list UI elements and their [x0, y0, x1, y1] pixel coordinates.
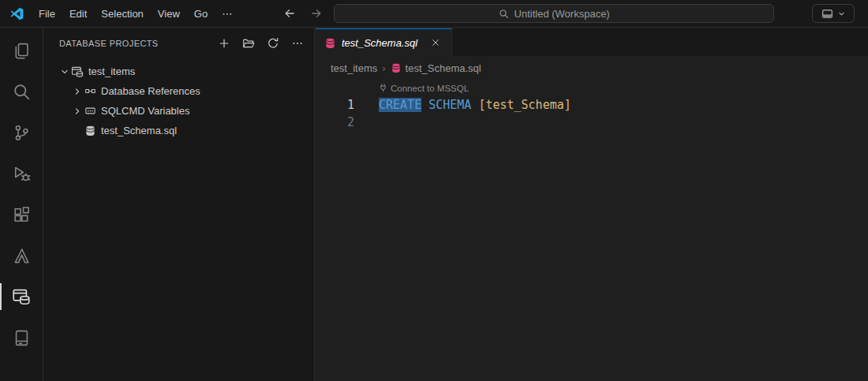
activity-bar-item-source-control[interactable]: [0, 112, 43, 153]
customize-layout-button[interactable]: [812, 4, 855, 23]
sidebar-toolbar: [215, 35, 306, 52]
go-forward-icon[interactable]: [310, 7, 323, 20]
menu-overflow[interactable]: ⋯: [215, 6, 239, 22]
extensions-icon: [13, 206, 31, 224]
sidebar-header: DATABASE PROJECTS: [43, 28, 314, 58]
breadcrumb-separator: ›: [382, 62, 385, 74]
activity-bar-item-azure[interactable]: [0, 235, 43, 276]
menu-selection[interactable]: Selection: [94, 6, 150, 22]
explorer-icon: [13, 42, 31, 60]
plus-icon: [218, 37, 230, 50]
more-actions-button[interactable]: [289, 35, 306, 52]
menu-edit[interactable]: Edit: [62, 6, 94, 22]
breadcrumb-project[interactable]: test_items: [331, 62, 377, 74]
breadcrumb-file-label: test_Schema.sql: [406, 62, 481, 74]
go-back-icon[interactable]: [283, 7, 296, 20]
tree-item-sqlcmd-variables[interactable]: SQLCMD Variables: [43, 101, 314, 121]
sql-keyword-create: CREATE: [379, 98, 421, 112]
tree-item-label: Database References: [101, 85, 200, 97]
codelens-label: Connect to MSSQL: [391, 84, 469, 93]
activity-bar-item-explorer[interactable]: [0, 30, 43, 71]
database-file-icon: [391, 62, 402, 73]
run-and-debug-icon: [13, 165, 31, 183]
customize-layout-icon: [821, 8, 833, 20]
menu-file[interactable]: File: [32, 6, 62, 22]
search-icon: [13, 83, 31, 101]
activity-bar-item-extensions[interactable]: [0, 194, 43, 235]
activity-bar-item-run-and-debug[interactable]: [0, 153, 43, 194]
tree-item-label: test_items: [88, 65, 135, 77]
activity-bar: [0, 28, 43, 381]
connect-to-mssql-codelens[interactable]: Connect to MSSQL: [379, 80, 868, 96]
title-bar: File Edit Selection View Go ⋯ Untitled (…: [0, 0, 868, 28]
tree-item-test-items[interactable]: test_items: [43, 62, 314, 81]
line-number: 1: [316, 96, 379, 114]
refresh-icon: [267, 37, 279, 50]
tree-item-label: test_Schema.sql: [101, 125, 177, 136]
command-center-label: Untitled (Workspace): [514, 8, 610, 20]
azure-icon: [13, 247, 31, 265]
sql-keyword-schema: SCHEMA: [428, 98, 471, 112]
menu-view[interactable]: View: [151, 6, 187, 22]
command-center-search[interactable]: Untitled (Workspace): [334, 4, 774, 23]
tree-item-test-schema-sql[interactable]: test_Schema.sql: [43, 121, 314, 140]
breadcrumb: test_items › test_Schema.sql: [316, 56, 868, 80]
reference-icon: [84, 85, 96, 97]
history-navigation: [283, 7, 323, 20]
database-file-icon: [84, 125, 96, 136]
sidebar-database-projects: DATABASE PROJECTS test_items: [43, 28, 315, 381]
variables-icon: [84, 105, 96, 117]
editor-group: test_Schema.sql test_items › test_Schema…: [316, 28, 868, 381]
ellipsis-icon: [291, 37, 304, 50]
activity-bar-item-database-projects[interactable]: [0, 276, 43, 317]
activity-bar-item-search[interactable]: [0, 71, 43, 112]
line-number: 2: [316, 114, 379, 131]
vscode-logo-icon: [10, 7, 24, 21]
sidebar-title: DATABASE PROJECTS: [59, 39, 215, 48]
code-editor[interactable]: 1 CREATESCHEMA[test_Schema] 2: [316, 96, 868, 131]
menu-bar: File Edit Selection View Go ⋯: [32, 6, 239, 22]
code-line-1: 1 CREATESCHEMA[test_Schema]: [316, 96, 868, 114]
database-file-icon: [324, 37, 336, 49]
chevron-right-icon[interactable]: [70, 106, 84, 117]
tab-test-schema-sql[interactable]: test_Schema.sql: [316, 28, 452, 56]
chevron-down-icon: [838, 10, 845, 17]
menu-go[interactable]: Go: [187, 6, 215, 22]
code-text: CREATESCHEMA[test_Schema]: [379, 96, 571, 114]
sql-identifier: [test_Schema]: [478, 98, 571, 112]
breadcrumb-file[interactable]: test_Schema.sql: [391, 62, 481, 74]
sql-server-icon: [13, 329, 31, 347]
new-project-button[interactable]: [215, 35, 233, 52]
chevron-right-icon[interactable]: [70, 86, 84, 97]
search-icon: [499, 9, 509, 19]
tree-item-label: SQLCMD Variables: [101, 105, 189, 117]
connect-plug-icon: [379, 84, 387, 92]
source-control-icon: [13, 124, 31, 142]
chevron-down-icon[interactable]: [58, 66, 71, 77]
tab-label: test_Schema.sql: [342, 37, 417, 49]
activity-bar-item-sql-server[interactable]: [0, 317, 43, 358]
open-project-button[interactable]: [240, 35, 257, 52]
tree-item-database-references[interactable]: Database References: [43, 81, 314, 101]
tab-close-icon[interactable]: [428, 35, 443, 50]
project-tree: test_items Database References SQLCMD Va…: [43, 62, 314, 140]
database-project-icon: [71, 65, 84, 78]
code-line-2: 2: [316, 114, 868, 131]
database-projects-icon: [12, 287, 31, 306]
tab-bar: test_Schema.sql: [316, 28, 868, 56]
refresh-button[interactable]: [264, 35, 282, 52]
folder-icon: [242, 37, 255, 50]
